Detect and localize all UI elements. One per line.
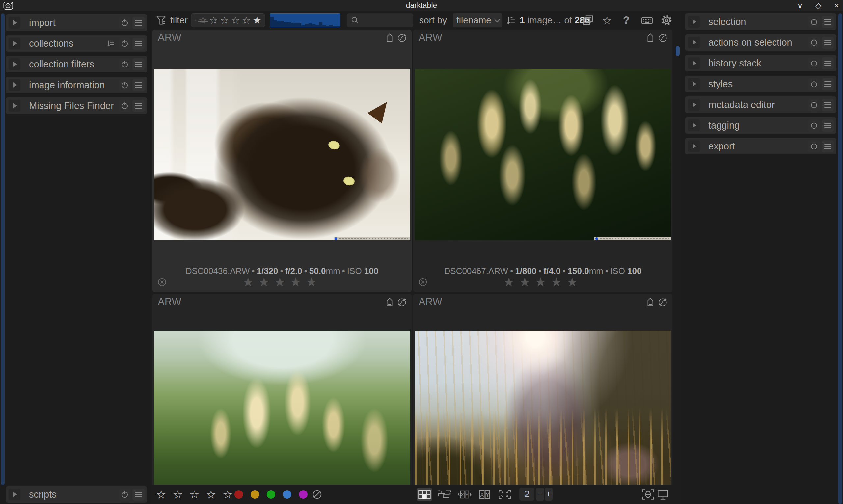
zoom-out-button[interactable]: − (536, 488, 544, 501)
color-label-green[interactable] (267, 490, 275, 499)
expand-arrow-icon[interactable] (688, 78, 700, 90)
panel-tagging[interactable]: tagging (685, 117, 837, 134)
maximize-button[interactable]: ◇ (814, 0, 823, 11)
zoomable-lighttable-button[interactable] (437, 488, 452, 501)
panel-export[interactable]: export (685, 138, 837, 155)
rating-star-2[interactable]: ☆ (173, 488, 182, 501)
reset-icon[interactable] (808, 37, 820, 49)
filter-star-outline[interactable]: ☆ (242, 16, 251, 25)
color-label-blue[interactable] (283, 490, 291, 499)
display-profile-button[interactable] (657, 485, 669, 504)
rating-star-4[interactable]: ☆ (206, 488, 216, 501)
star-rating[interactable]: ★★★★★ (413, 276, 672, 288)
grouping-icon[interactable] (582, 11, 594, 30)
panel-missing-files-finder[interactable]: Missing Files Finder (5, 97, 147, 114)
culling-dynamic-button[interactable]: X Y (457, 488, 472, 501)
search-input[interactable] (347, 14, 413, 27)
reset-icon[interactable] (119, 488, 131, 501)
zoom-level-value[interactable]: 2 (519, 488, 535, 501)
presets-menu-icon[interactable] (822, 99, 834, 111)
reset-icon[interactable] (119, 38, 131, 50)
reset-icon[interactable] (119, 100, 131, 112)
thumbnail-cell-3[interactable]: ARW (153, 294, 412, 485)
reset-icon[interactable] (808, 120, 820, 132)
panel-collection-filters[interactable]: collection filters (5, 56, 147, 72)
presets-menu-icon[interactable] (822, 120, 834, 132)
panel-import[interactable]: import (5, 15, 147, 31)
color-label-purple[interactable] (299, 490, 308, 499)
thumbnail-cell-2[interactable]: ARW DSC00467.ARW•1/800•f/4.0•150.0mm•ISO… (413, 30, 672, 292)
scrollbar-thumb[interactable] (676, 46, 680, 56)
expand-arrow-icon[interactable] (8, 79, 20, 91)
reset-icon[interactable] (808, 78, 820, 90)
minimize-button[interactable]: ∨ (795, 0, 804, 11)
help-icon[interactable]: ? (623, 11, 630, 30)
reset-icon[interactable] (808, 99, 820, 111)
filter-star-strike[interactable]: ☆ (199, 16, 208, 25)
thumbnail-image[interactable] (154, 330, 410, 485)
thumbnail-image-dsc00436[interactable] (154, 69, 410, 240)
panel-scripts[interactable]: scripts (5, 486, 147, 503)
thumbnail-image[interactable] (415, 330, 671, 485)
left-panel-handle[interactable] (1, 14, 5, 485)
expand-arrow-icon[interactable] (8, 100, 20, 112)
panel-styles[interactable]: styles (685, 76, 837, 92)
rating-star-5[interactable]: ☆ (222, 488, 232, 501)
color-label-yellow[interactable] (251, 490, 259, 499)
panel-selection[interactable]: selection (685, 14, 837, 30)
rating-histogram[interactable] (270, 14, 340, 27)
rating-star-1[interactable]: ☆ (156, 488, 166, 501)
sort-order-icon[interactable] (506, 15, 516, 26)
panel-collections[interactable]: collections (5, 35, 147, 52)
presets-menu-icon[interactable] (822, 140, 834, 152)
thumbnail-image-dsc00467[interactable] (415, 69, 671, 240)
presets-menu-icon[interactable] (132, 58, 145, 70)
panel-history-stack[interactable]: history stack (685, 55, 837, 71)
filter-star-outline[interactable]: ☆ (231, 16, 240, 25)
expand-arrow-icon[interactable] (688, 140, 700, 152)
filemanager-layout-button[interactable] (417, 488, 432, 501)
reset-icon[interactable] (808, 57, 820, 70)
close-button[interactable]: × (832, 0, 841, 11)
reject-filter-icon[interactable] (195, 16, 197, 25)
reset-icon[interactable] (808, 140, 820, 152)
panel-actions-on-selection[interactable]: actions on selection (685, 34, 837, 51)
expand-arrow-icon[interactable] (8, 38, 20, 49)
shortcuts-keyboard-icon[interactable] (641, 11, 653, 30)
preferences-gear-icon[interactable] (660, 11, 673, 30)
rating-filter[interactable]: ☆☆☆☆☆★ (191, 14, 265, 27)
rating-stars-bar[interactable]: ☆☆☆☆☆ (156, 485, 232, 504)
clear-color-label-icon[interactable] (311, 485, 323, 504)
filter-star-filled[interactable]: ★ (253, 16, 262, 25)
rating-star-3[interactable]: ☆ (189, 488, 199, 501)
expand-arrow-icon[interactable] (8, 17, 20, 29)
presets-menu-icon[interactable] (132, 38, 145, 50)
expand-arrow-icon[interactable] (688, 16, 700, 28)
expand-arrow-icon[interactable] (688, 99, 700, 111)
color-label-red[interactable] (234, 490, 243, 499)
filter-star-outline[interactable]: ☆ (220, 16, 229, 25)
color-labels-bar[interactable] (234, 485, 308, 504)
expand-arrow-icon[interactable] (688, 120, 700, 131)
reset-icon[interactable] (119, 58, 131, 70)
zoom-in-button[interactable]: + (545, 488, 553, 501)
sort-icon[interactable] (105, 38, 117, 50)
overlays-star-icon[interactable]: ☆ (602, 11, 612, 30)
expand-arrow-icon[interactable] (688, 37, 700, 48)
thumbnail-cell-4[interactable]: ARW (413, 294, 672, 485)
panel-metadata-editor[interactable]: metadata editor (685, 96, 837, 113)
presets-menu-icon[interactable] (822, 16, 834, 28)
presets-menu-icon[interactable] (132, 17, 145, 29)
presets-menu-icon[interactable] (822, 37, 834, 49)
sort-field-dropdown[interactable]: filename (453, 14, 502, 27)
presets-menu-icon[interactable] (822, 78, 834, 90)
reset-icon[interactable] (119, 17, 131, 29)
expand-arrow-icon[interactable] (8, 58, 20, 70)
filter-star-outline[interactable]: ☆ (209, 16, 218, 25)
presets-menu-icon[interactable] (822, 57, 834, 70)
right-panel-handle[interactable] (838, 14, 842, 504)
reset-icon[interactable] (808, 16, 820, 28)
culling-fixed-button[interactable]: X Y (477, 488, 492, 501)
thumbnail-cell-1[interactable]: ARW DSC00436.ARW•1/320•f/2.0•50.0mm•ISO … (153, 30, 412, 292)
star-rating[interactable]: ★★★★★ (153, 276, 412, 288)
